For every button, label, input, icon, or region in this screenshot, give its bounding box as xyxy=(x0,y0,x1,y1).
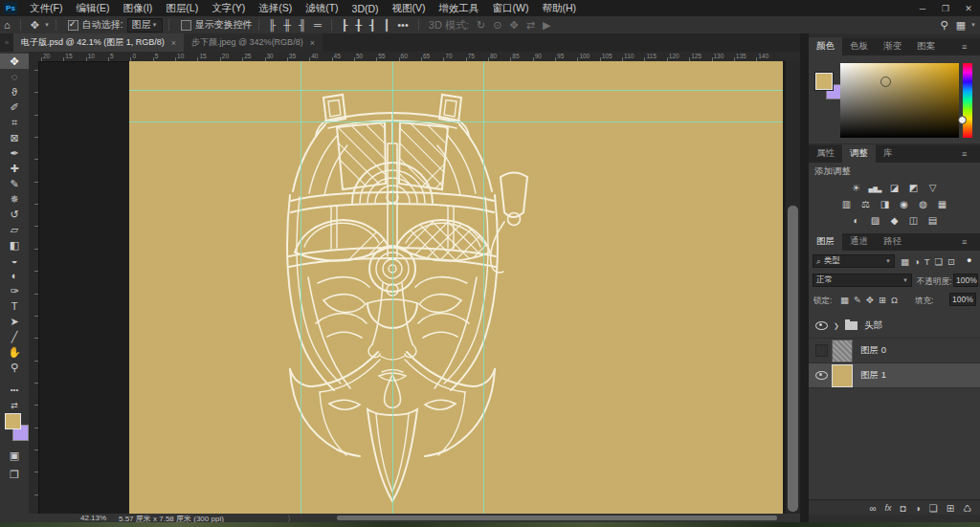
layer-filter-dropdown[interactable]: ⌕ 类型 ▼ xyxy=(813,254,895,268)
horizontal-guide[interactable] xyxy=(129,121,783,122)
close-tab-icon[interactable]: × xyxy=(171,38,176,48)
layer-style-icon[interactable]: fx xyxy=(885,503,892,513)
document-tab[interactable]: 步下颜.jpeg @ 342%(RGB/8)× xyxy=(184,33,323,52)
3d-rotate-icon[interactable]: ↻ xyxy=(473,19,489,31)
vertical-guide[interactable] xyxy=(301,61,301,514)
layer-visibility-eye-icon[interactable] xyxy=(815,321,828,330)
menu-item[interactable]: 文字(Y) xyxy=(205,2,252,15)
filter-smart-object-icon[interactable]: ⊡ xyxy=(947,256,955,267)
lock-transparency-icon[interactable]: ▦ xyxy=(840,295,849,305)
add-mask-icon[interactable]: ◘ xyxy=(901,503,906,514)
layer-visibility-eye-icon[interactable] xyxy=(815,371,828,380)
gradient-tool[interactable]: ◧ xyxy=(0,237,29,253)
distribute-spacing-icon[interactable]: ┃ xyxy=(380,19,394,31)
pen-tool[interactable]: ✑ xyxy=(0,283,29,298)
3d-slide-icon[interactable]: ⇄ xyxy=(523,19,539,31)
tab-库[interactable]: 库 xyxy=(876,144,901,163)
frame-tool[interactable]: ⊠ xyxy=(0,130,29,145)
eraser-tool[interactable]: ▱ xyxy=(0,222,29,237)
workspace-switcher-icon[interactable]: ▦ xyxy=(952,19,969,32)
link-layers-icon[interactable]: ∞ xyxy=(869,503,876,514)
panel-menu-icon[interactable]: ≡ xyxy=(962,42,974,52)
quick-selection-tool[interactable]: ✐ xyxy=(0,99,29,115)
layer-thumbnail[interactable] xyxy=(832,340,853,362)
move-tool[interactable]: ✥ xyxy=(0,54,29,69)
menu-item[interactable]: 选择(S) xyxy=(252,2,299,15)
new-group-icon[interactable]: ❏ xyxy=(929,503,938,514)
auto-select-checkbox[interactable] xyxy=(68,20,78,31)
filter-adjustment-icon[interactable]: ◑ xyxy=(914,256,920,267)
hue-saturation-icon[interactable]: ▥ xyxy=(839,199,855,209)
foreground-color-swatch[interactable] xyxy=(5,413,21,429)
align-right-icon[interactable]: ╢ xyxy=(295,19,310,31)
3d-scale-icon[interactable]: ▶ xyxy=(539,19,554,31)
posterize-icon[interactable]: ▨ xyxy=(868,215,883,226)
tab-调整[interactable]: 调整 xyxy=(842,144,876,163)
minimize-button[interactable]: ─ xyxy=(911,4,934,13)
shape-tool[interactable]: ╱ xyxy=(0,329,29,344)
vibrance-icon[interactable]: ▽ xyxy=(925,183,941,193)
hue-slider[interactable] xyxy=(963,63,972,138)
lock-all-icon[interactable]: Ω xyxy=(891,295,898,305)
menu-item[interactable]: 图层(L) xyxy=(159,2,205,15)
close-tab-icon[interactable]: × xyxy=(310,38,315,48)
horizontal-scrollbar-thumb[interactable] xyxy=(337,516,777,520)
menu-item[interactable]: 增效工具 xyxy=(433,2,486,15)
close-button[interactable]: ✕ xyxy=(957,4,980,13)
panel-menu-icon[interactable]: ≡ xyxy=(962,149,974,159)
align-top-icon[interactable]: ═ xyxy=(310,19,325,31)
menu-item[interactable]: 滤镜(T) xyxy=(299,2,345,15)
filter-pixel-icon[interactable]: ▦ xyxy=(901,256,909,267)
new-layer-icon[interactable]: ⊞ xyxy=(947,503,954,514)
layer-row[interactable]: ❯头部 xyxy=(809,314,980,339)
layer-visibility-toggle[interactable] xyxy=(815,344,828,357)
lock-pixels-icon[interactable]: ✎ xyxy=(854,295,861,305)
vertical-scrollbar-thumb[interactable] xyxy=(788,206,798,512)
menu-item[interactable]: 视图(V) xyxy=(386,2,433,15)
layer-thumbnail[interactable] xyxy=(832,364,853,387)
color-balance-icon[interactable]: ⚖ xyxy=(858,199,874,209)
vertical-guide[interactable] xyxy=(483,61,484,514)
filter-type-icon[interactable]: T xyxy=(924,256,930,267)
menu-item[interactable]: 图像(I) xyxy=(116,2,159,15)
layer-row[interactable]: 图层 1 xyxy=(809,363,980,388)
3d-drag-icon[interactable]: ✥ xyxy=(505,19,522,31)
tab-通道[interactable]: 通道 xyxy=(842,232,876,251)
clone-stamp-tool[interactable]: ✵ xyxy=(0,191,29,207)
levels-icon[interactable]: ▅▇▃ xyxy=(868,186,883,192)
photo-filter-icon[interactable]: ◉ xyxy=(897,199,912,209)
document-tab[interactable]: 电子版.psd @ 42.1% (图层 1, RGB/8)× xyxy=(13,33,184,52)
tab-overflow-icon[interactable]: » xyxy=(0,33,13,52)
color-picker-field[interactable] xyxy=(840,63,959,138)
distribute-right-icon[interactable]: ┨ xyxy=(366,19,380,31)
lasso-tool[interactable]: ϑ xyxy=(0,84,29,99)
chevron-right-icon[interactable]: ❯ xyxy=(834,322,839,330)
opacity-field[interactable]: 100% xyxy=(953,274,978,287)
zoom-tool[interactable]: ⚲ xyxy=(0,360,29,375)
black-white-icon[interactable]: ◨ xyxy=(878,199,893,209)
restore-button[interactable]: ❐ xyxy=(934,4,957,13)
menu-item[interactable]: 帮助(H) xyxy=(536,2,584,15)
hand-tool[interactable]: ✋ xyxy=(0,344,29,360)
selective-color-icon[interactable]: ▤ xyxy=(925,215,941,226)
channel-mixer-icon[interactable]: ◍ xyxy=(916,199,931,209)
path-selection-tool[interactable]: ➤ xyxy=(0,314,29,329)
exposure-icon[interactable]: ◩ xyxy=(906,183,922,193)
tab-路径[interactable]: 路径 xyxy=(876,232,909,251)
menu-item[interactable]: 编辑(E) xyxy=(69,2,116,15)
delete-layer-icon[interactable]: ♺ xyxy=(963,503,971,514)
lock-position-icon[interactable]: ✥ xyxy=(866,295,874,305)
blend-mode-dropdown[interactable]: 正常▼ xyxy=(813,274,912,287)
align-center-h-icon[interactable]: ╫ xyxy=(279,19,295,31)
distribute-left-icon[interactable]: ┠ xyxy=(338,19,352,31)
screen-mode-icon[interactable]: ❐ xyxy=(0,467,29,482)
foreground-color-swatch[interactable] xyxy=(815,73,833,90)
blur-tool[interactable]: ◒ xyxy=(0,253,29,268)
crop-tool[interactable]: ⌗ xyxy=(0,115,29,130)
show-transform-checkbox[interactable] xyxy=(181,20,191,31)
vertical-ruler[interactable] xyxy=(29,61,39,514)
menu-item[interactable]: 窗口(W) xyxy=(486,2,536,15)
vertical-guide[interactable] xyxy=(392,61,393,514)
filter-shape-icon[interactable]: ❏ xyxy=(935,256,944,267)
tab-图案[interactable]: 图案 xyxy=(909,37,943,55)
